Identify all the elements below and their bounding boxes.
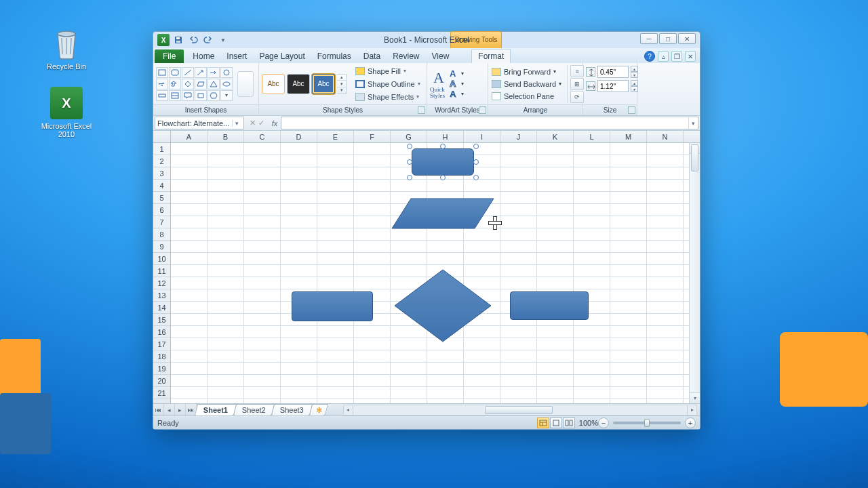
zoom-slider-thumb[interactable]: [644, 419, 650, 427]
scrollbar-thumb[interactable]: [485, 406, 553, 414]
tab-file[interactable]: File: [155, 49, 184, 63]
flowchart-alternate-process-shape-selected[interactable]: [412, 148, 474, 176]
rotate-button[interactable]: ⟳: [570, 91, 584, 103]
zoom-out-button[interactable]: −: [598, 418, 609, 428]
row-header[interactable]: 3: [153, 167, 170, 180]
restore-workbook-button[interactable]: ❐: [671, 51, 682, 62]
column-header[interactable]: B: [208, 131, 244, 142]
row-header[interactable]: 5: [153, 192, 170, 204]
shape-height-field[interactable]: ▴▾: [586, 66, 638, 78]
row-header[interactable]: 19: [153, 363, 170, 375]
tab-home[interactable]: Home: [186, 49, 220, 63]
sheet-tab[interactable]: Sheet2: [233, 404, 275, 415]
sheet-nav-prev[interactable]: ◂: [164, 404, 175, 415]
spinner-up[interactable]: ▴: [631, 66, 638, 72]
tab-data[interactable]: Data: [357, 49, 387, 63]
tab-page-layout[interactable]: Page Layout: [253, 49, 311, 63]
flowchart-process-shape[interactable]: [510, 291, 589, 320]
shape-option[interactable]: [169, 79, 181, 89]
row-header[interactable]: 9: [153, 241, 170, 253]
text-effects-button[interactable]: A▾: [450, 89, 464, 99]
desktop-icon-excel[interactable]: Microsoft Excel 2010: [39, 87, 94, 138]
desktop-icon-recycle-bin[interactable]: Recycle Bin: [39, 27, 94, 70]
shape-option[interactable]: [195, 90, 207, 101]
new-sheet-button[interactable]: ✻: [309, 404, 329, 415]
close-button[interactable]: ✕: [678, 33, 696, 44]
shape-width-field[interactable]: ▴▾: [586, 80, 638, 92]
quick-styles-button[interactable]: AQuick Styles: [430, 69, 448, 99]
column-header[interactable]: K: [537, 131, 574, 142]
view-normal-button[interactable]: [537, 418, 549, 428]
column-header[interactable]: A: [171, 131, 208, 142]
column-header[interactable]: N: [647, 131, 684, 142]
row-header[interactable]: 20: [153, 375, 170, 387]
column-header[interactable]: H: [427, 131, 464, 142]
cancel-formula-icon[interactable]: ✕: [250, 119, 256, 127]
shape-width-input[interactable]: [597, 80, 629, 92]
shape-option[interactable]: [169, 90, 181, 101]
row-header[interactable]: 14: [153, 302, 170, 314]
close-workbook-button[interactable]: ✕: [685, 51, 696, 62]
vertical-scrollbar[interactable]: ▴ ▾: [689, 143, 700, 403]
horizontal-scrollbar[interactable]: ◂ ▸: [343, 405, 697, 415]
row-header[interactable]: 4: [153, 180, 170, 192]
column-header[interactable]: F: [354, 131, 391, 142]
bring-forward-button[interactable]: Bring Forward▾: [490, 66, 564, 78]
column-header[interactable]: J: [500, 131, 537, 142]
align-button[interactable]: ≡: [570, 65, 584, 77]
shape-effects-button[interactable]: Shape Effects▾: [353, 91, 423, 103]
shape-option[interactable]: [169, 67, 181, 78]
minimize-ribbon-button[interactable]: ▵: [658, 51, 669, 62]
row-header[interactable]: 7: [153, 216, 170, 228]
shape-option[interactable]: [195, 67, 207, 78]
flowchart-process-shape[interactable]: [292, 291, 373, 321]
row-header[interactable]: 21: [153, 387, 170, 399]
shape-height-input[interactable]: [597, 66, 629, 78]
qat-customize-button[interactable]: ▼: [217, 34, 229, 46]
column-header[interactable]: G: [391, 131, 427, 142]
row-header[interactable]: 2: [153, 155, 170, 167]
row-header[interactable]: 13: [153, 289, 170, 302]
shape-option[interactable]: [208, 90, 220, 101]
tab-review[interactable]: Review: [387, 49, 425, 63]
shape-gallery[interactable]: ▾: [156, 67, 233, 101]
row-header[interactable]: 6: [153, 204, 170, 216]
shape-option[interactable]: [208, 67, 220, 78]
group-button[interactable]: ⊞: [570, 78, 584, 90]
zoom-percentage[interactable]: 100%: [579, 419, 598, 427]
sheet-nav-next[interactable]: ▸: [175, 404, 186, 415]
shape-option[interactable]: [220, 79, 233, 89]
tab-formulas[interactable]: Formulas: [311, 49, 357, 63]
name-box[interactable]: Flowchart: Alternate...▾: [155, 117, 244, 129]
row-header[interactable]: 8: [153, 228, 170, 241]
column-header[interactable]: C: [244, 131, 281, 142]
row-header[interactable]: 16: [153, 326, 170, 338]
row-header[interactable]: 11: [153, 265, 170, 277]
enter-formula-icon[interactable]: ✓: [258, 119, 264, 127]
send-backward-button[interactable]: Send Backward▾: [490, 78, 564, 90]
shape-style-preset-selected[interactable]: Abc: [312, 74, 335, 94]
zoom-in-button[interactable]: +: [685, 418, 696, 428]
shape-option[interactable]: [195, 79, 207, 89]
redo-button[interactable]: [202, 34, 214, 46]
view-page-layout-button[interactable]: [550, 418, 562, 428]
scroll-right-arrow[interactable]: ▸: [687, 405, 696, 415]
dialog-launcher[interactable]: [479, 106, 486, 114]
save-button[interactable]: [172, 34, 184, 46]
sheet-tab[interactable]: Sheet1: [195, 404, 237, 415]
shape-style-more-button[interactable]: ▴▾▾: [337, 74, 347, 94]
row-header[interactable]: 18: [153, 350, 170, 363]
fx-icon[interactable]: fx: [269, 119, 281, 127]
row-header[interactable]: 17: [153, 338, 170, 350]
scrollbar-thumb[interactable]: [691, 144, 698, 171]
undo-button[interactable]: [187, 34, 199, 46]
spinner-down[interactable]: ▾: [631, 72, 638, 78]
shape-option[interactable]: [156, 90, 168, 101]
worksheet-grid[interactable]: A B C D E F G H I J K L M N 1 2 3 4 5 6 …: [153, 131, 700, 403]
shape-option[interactable]: [220, 67, 233, 78]
shape-option[interactable]: [182, 90, 194, 101]
sheet-tab[interactable]: Sheet3: [271, 404, 313, 415]
text-outline-button[interactable]: A▾: [450, 79, 464, 89]
shape-option[interactable]: [156, 79, 168, 89]
tab-format[interactable]: Format: [471, 49, 511, 63]
